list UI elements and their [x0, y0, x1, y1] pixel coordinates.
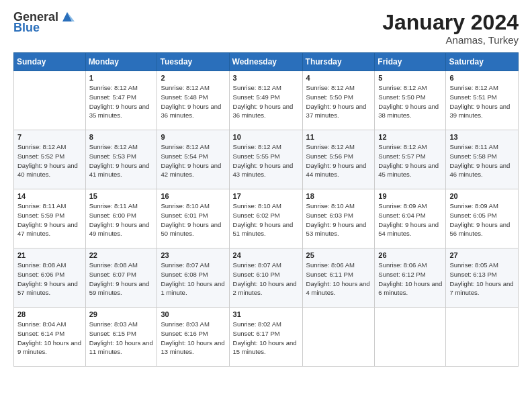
calendar-cell: 26Sunrise: 8:06 AMSunset: 6:12 PMDayligh…: [375, 248, 446, 308]
calendar-cell: 7Sunrise: 8:12 AMSunset: 5:52 PMDaylight…: [14, 130, 86, 189]
calendar-cell: 10Sunrise: 8:12 AMSunset: 5:55 PMDayligh…: [229, 130, 302, 189]
calendar-cell: 5Sunrise: 8:12 AMSunset: 5:50 PMDaylight…: [375, 71, 446, 130]
col-header-saturday: Saturday: [446, 53, 519, 71]
day-number: 10: [233, 133, 299, 141]
day-number: 17: [233, 192, 299, 200]
day-info: Sunrise: 8:12 AMSunset: 5:50 PMDaylight:…: [306, 83, 371, 120]
day-number: 23: [161, 251, 225, 259]
calendar-cell: 22Sunrise: 8:08 AMSunset: 6:07 PMDayligh…: [85, 248, 157, 308]
page-header: General Blue January 2024 Anamas, Turkey: [13, 11, 519, 46]
day-number: 25: [306, 251, 371, 259]
calendar-page: General Blue January 2024 Anamas, Turkey…: [0, 0, 532, 411]
day-number: 9: [161, 133, 225, 141]
calendar-cell: 12Sunrise: 8:12 AMSunset: 5:57 PMDayligh…: [375, 130, 446, 189]
calendar-week-row: 21Sunrise: 8:08 AMSunset: 6:06 PMDayligh…: [14, 248, 519, 308]
day-number: 14: [17, 192, 82, 200]
day-number: 12: [378, 133, 442, 141]
day-info: Sunrise: 8:08 AMSunset: 6:06 PMDaylight:…: [17, 261, 82, 298]
calendar-cell: 2Sunrise: 8:12 AMSunset: 5:48 PMDaylight…: [157, 71, 229, 130]
day-info: Sunrise: 8:12 AMSunset: 5:56 PMDaylight:…: [306, 142, 371, 179]
day-info: Sunrise: 8:11 AMSunset: 6:00 PMDaylight:…: [89, 201, 154, 238]
calendar-cell: 3Sunrise: 8:12 AMSunset: 5:49 PMDaylight…: [229, 71, 302, 130]
calendar-cell: 9Sunrise: 8:12 AMSunset: 5:54 PMDaylight…: [157, 130, 229, 189]
day-info: Sunrise: 8:12 AMSunset: 5:54 PMDaylight:…: [161, 142, 225, 179]
day-info: Sunrise: 8:06 AMSunset: 6:12 PMDaylight:…: [378, 261, 442, 298]
calendar-header-row: SundayMondayTuesdayWednesdayThursdayFrid…: [14, 53, 519, 71]
day-number: 5: [378, 74, 442, 82]
calendar-cell: 1Sunrise: 8:12 AMSunset: 5:47 PMDaylight…: [85, 71, 157, 130]
day-info: Sunrise: 8:10 AMSunset: 6:03 PMDaylight:…: [306, 201, 371, 238]
day-number: 26: [378, 251, 442, 259]
day-info: Sunrise: 8:09 AMSunset: 6:05 PMDaylight:…: [449, 201, 515, 238]
col-header-sunday: Sunday: [14, 53, 86, 71]
day-info: Sunrise: 8:12 AMSunset: 5:48 PMDaylight:…: [161, 83, 225, 120]
calendar-cell: 4Sunrise: 8:12 AMSunset: 5:50 PMDaylight…: [302, 71, 375, 130]
calendar-cell: 30Sunrise: 8:03 AMSunset: 6:16 PMDayligh…: [157, 308, 229, 367]
day-info: Sunrise: 8:09 AMSunset: 6:04 PMDaylight:…: [378, 201, 442, 238]
day-number: 7: [17, 133, 82, 141]
calendar-cell: [375, 308, 446, 367]
calendar-cell: 21Sunrise: 8:08 AMSunset: 6:06 PMDayligh…: [14, 248, 86, 308]
day-number: 11: [306, 133, 371, 141]
calendar-week-row: 14Sunrise: 8:11 AMSunset: 5:59 PMDayligh…: [14, 189, 519, 248]
day-info: Sunrise: 8:06 AMSunset: 6:11 PMDaylight:…: [306, 261, 371, 298]
day-info: Sunrise: 8:03 AMSunset: 6:15 PMDaylight:…: [89, 320, 154, 357]
calendar-cell: 19Sunrise: 8:09 AMSunset: 6:04 PMDayligh…: [375, 189, 446, 248]
day-number: 3: [233, 74, 299, 82]
day-info: Sunrise: 8:12 AMSunset: 5:47 PMDaylight:…: [89, 83, 154, 120]
calendar-cell: 18Sunrise: 8:10 AMSunset: 6:03 PMDayligh…: [302, 189, 375, 248]
day-info: Sunrise: 8:05 AMSunset: 6:13 PMDaylight:…: [449, 261, 515, 298]
day-number: 18: [306, 192, 371, 200]
calendar-cell: 13Sunrise: 8:11 AMSunset: 5:58 PMDayligh…: [446, 130, 519, 189]
calendar-table: SundayMondayTuesdayWednesdayThursdayFrid…: [13, 52, 519, 367]
day-info: Sunrise: 8:04 AMSunset: 6:14 PMDaylight:…: [17, 320, 82, 357]
calendar-cell: 16Sunrise: 8:10 AMSunset: 6:01 PMDayligh…: [157, 189, 229, 248]
calendar-cell: 6Sunrise: 8:12 AMSunset: 5:51 PMDaylight…: [446, 71, 519, 130]
calendar-cell: 11Sunrise: 8:12 AMSunset: 5:56 PMDayligh…: [302, 130, 375, 189]
day-info: Sunrise: 8:03 AMSunset: 6:16 PMDaylight:…: [161, 320, 225, 357]
day-info: Sunrise: 8:02 AMSunset: 6:17 PMDaylight:…: [233, 320, 299, 357]
day-number: 19: [378, 192, 442, 200]
day-number: 29: [89, 310, 154, 318]
day-info: Sunrise: 8:12 AMSunset: 5:51 PMDaylight:…: [449, 83, 515, 120]
calendar-cell: 23Sunrise: 8:07 AMSunset: 6:08 PMDayligh…: [157, 248, 229, 308]
day-info: Sunrise: 8:12 AMSunset: 5:57 PMDaylight:…: [378, 142, 442, 179]
day-info: Sunrise: 8:10 AMSunset: 6:02 PMDaylight:…: [233, 201, 299, 238]
day-number: 27: [449, 251, 515, 259]
location-title: Anamas, Turkey: [382, 34, 519, 46]
logo: General Blue: [13, 11, 75, 35]
day-number: 21: [17, 251, 82, 259]
calendar-week-row: 1Sunrise: 8:12 AMSunset: 5:47 PMDaylight…: [14, 71, 519, 130]
day-info: Sunrise: 8:08 AMSunset: 6:07 PMDaylight:…: [89, 261, 154, 298]
calendar-cell: 8Sunrise: 8:12 AMSunset: 5:53 PMDaylight…: [85, 130, 157, 189]
day-info: Sunrise: 8:12 AMSunset: 5:49 PMDaylight:…: [233, 83, 299, 120]
calendar-cell: 15Sunrise: 8:11 AMSunset: 6:00 PMDayligh…: [85, 189, 157, 248]
day-number: 22: [89, 251, 154, 259]
day-info: Sunrise: 8:11 AMSunset: 5:59 PMDaylight:…: [17, 201, 82, 238]
day-number: 31: [233, 310, 299, 318]
col-header-tuesday: Tuesday: [157, 53, 229, 71]
col-header-thursday: Thursday: [302, 53, 375, 71]
calendar-cell: [14, 71, 86, 130]
day-info: Sunrise: 8:12 AMSunset: 5:52 PMDaylight:…: [17, 142, 82, 179]
day-info: Sunrise: 8:12 AMSunset: 5:53 PMDaylight:…: [89, 142, 154, 179]
calendar-cell: 20Sunrise: 8:09 AMSunset: 6:05 PMDayligh…: [446, 189, 519, 248]
day-number: 8: [89, 133, 154, 141]
calendar-cell: 31Sunrise: 8:02 AMSunset: 6:17 PMDayligh…: [229, 308, 302, 367]
calendar-cell: 28Sunrise: 8:04 AMSunset: 6:14 PMDayligh…: [14, 308, 86, 367]
day-number: 2: [161, 74, 225, 82]
logo-blue: Blue: [13, 21, 40, 35]
title-area: January 2024 Anamas, Turkey: [382, 11, 519, 46]
calendar-cell: [302, 308, 375, 367]
logo-icon: [60, 9, 75, 24]
day-number: 24: [233, 251, 299, 259]
day-info: Sunrise: 8:07 AMSunset: 6:08 PMDaylight:…: [161, 261, 225, 298]
calendar-cell: 27Sunrise: 8:05 AMSunset: 6:13 PMDayligh…: [446, 248, 519, 308]
calendar-cell: 14Sunrise: 8:11 AMSunset: 5:59 PMDayligh…: [14, 189, 86, 248]
day-number: 16: [161, 192, 225, 200]
day-info: Sunrise: 8:12 AMSunset: 5:50 PMDaylight:…: [378, 83, 442, 120]
calendar-cell: [446, 308, 519, 367]
day-number: 1: [89, 74, 154, 82]
calendar-cell: 24Sunrise: 8:07 AMSunset: 6:10 PMDayligh…: [229, 248, 302, 308]
col-header-monday: Monday: [85, 53, 157, 71]
